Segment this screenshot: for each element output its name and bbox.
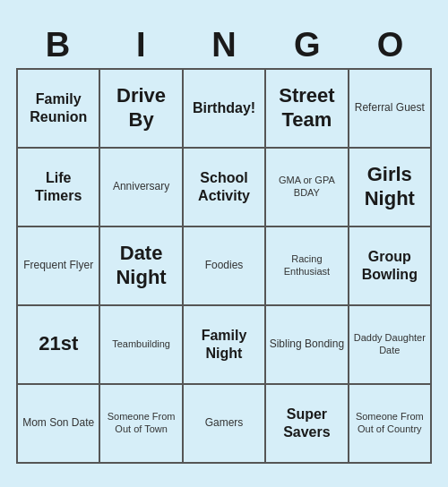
cell-4-2: Gamers <box>184 385 266 464</box>
bingo-letter: B <box>16 24 99 68</box>
cell-0-1: Drive By <box>100 70 183 149</box>
cell-label: School Activity <box>186 169 262 203</box>
cell-label: Referral Guest <box>355 101 425 114</box>
cell-label: Gamers <box>205 416 244 429</box>
cell-label: Life Timers <box>21 169 96 203</box>
cell-3-4: Daddy Daughter Date <box>349 306 432 385</box>
bingo-letter: I <box>99 24 183 68</box>
cell-label: Teambuilding <box>112 338 170 350</box>
cell-label: Mom Son Date <box>22 416 94 429</box>
cell-label: Someone From Out of Town <box>103 411 178 434</box>
cell-label: Someone From Out of Country <box>352 411 427 434</box>
cell-2-1: Date Night <box>100 227 183 306</box>
cell-4-0: Mom Son Date <box>18 385 100 464</box>
cell-4-3: Super Savers <box>266 385 349 464</box>
cell-label: Family Reunion <box>21 90 96 124</box>
cell-1-4: Girls Night <box>349 149 432 227</box>
cell-label: Anniversary <box>113 180 169 192</box>
bingo-card: BINGO Family ReunionDrive ByBirthday!Str… <box>9 17 439 471</box>
cell-label: Family Night <box>186 327 262 361</box>
cell-label: Frequent Flyer <box>23 259 93 271</box>
cell-label: Girls Night <box>352 163 427 210</box>
cell-2-0: Frequent Flyer <box>18 227 100 306</box>
cell-label: Sibling Bonding <box>270 337 344 350</box>
cell-3-2: Family Night <box>184 306 266 385</box>
cell-4-1: Someone From Out of Town <box>100 385 183 464</box>
cell-2-2: Foodies <box>184 227 266 306</box>
cell-label: 21st <box>39 332 78 355</box>
cell-label: GMA or GPA BDAY <box>269 175 344 198</box>
cell-label: Super Savers <box>269 406 344 440</box>
cell-1-0: Life Timers <box>18 149 100 227</box>
bingo-letter: O <box>349 24 432 68</box>
cell-label: Drive By <box>103 84 178 132</box>
cell-label: Birthday! <box>193 99 255 116</box>
cell-3-1: Teambuilding <box>100 306 183 385</box>
cell-label: Group Bowling <box>352 248 427 282</box>
cell-0-4: Referral Guest <box>349 70 432 149</box>
cell-0-0: Family Reunion <box>18 70 100 149</box>
bingo-letter: G <box>265 24 349 68</box>
cell-label: Daddy Daughter Date <box>352 332 427 355</box>
bingo-header: BINGO <box>16 24 432 68</box>
bingo-grid: Family ReunionDrive ByBirthday!Street Te… <box>16 68 432 464</box>
cell-1-2: School Activity <box>184 149 266 227</box>
bingo-letter: N <box>183 24 266 68</box>
cell-3-0: 21st <box>18 306 100 385</box>
cell-label: Street Team <box>269 84 344 132</box>
cell-0-2: Birthday! <box>184 70 266 149</box>
cell-1-3: GMA or GPA BDAY <box>266 149 349 227</box>
cell-2-3: Racing Enthusiast <box>266 227 349 306</box>
cell-2-4: Group Bowling <box>349 227 432 306</box>
cell-3-3: Sibling Bonding <box>266 306 349 385</box>
cell-label: Foodies <box>205 259 244 271</box>
cell-4-4: Someone From Out of Country <box>349 385 432 464</box>
cell-label: Date Night <box>103 242 178 289</box>
cell-1-1: Anniversary <box>100 149 183 227</box>
cell-0-3: Street Team <box>266 70 349 149</box>
cell-label: Racing Enthusiast <box>269 253 344 277</box>
